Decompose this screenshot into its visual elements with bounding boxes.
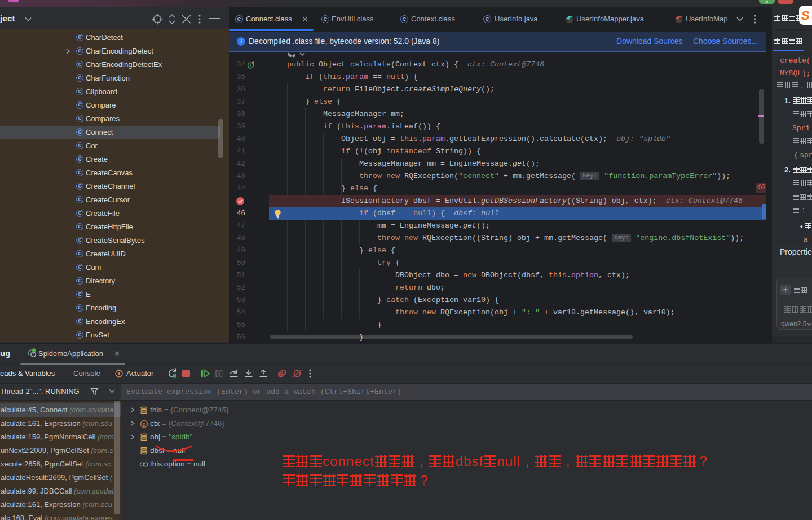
svg-text:I: I <box>250 63 251 68</box>
svg-text:p: p <box>143 421 145 427</box>
